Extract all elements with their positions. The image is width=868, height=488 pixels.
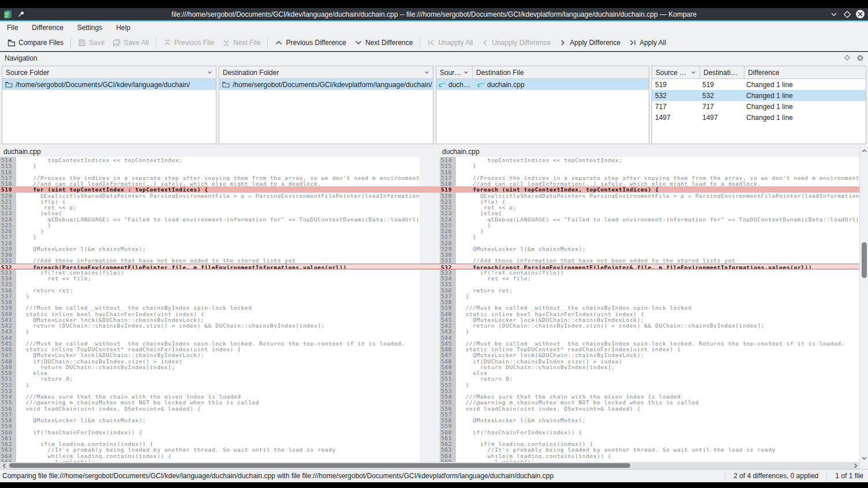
line-number: 529 [440,246,456,251]
code-text: foreach(const ParsingEnvironmentFilePoin… [456,264,859,269]
diff-connector-band [420,264,440,269]
code-line: 514 topContextIndices << topContextIndex… [0,157,420,163]
code-text: } [456,222,859,228]
navigation-dock-title: Navigation [5,54,38,62]
code-text: static inline TopDUContext* readChainFor… [456,346,859,352]
apply-difference-icon [559,39,567,47]
previous-difference-button[interactable]: Previous Difference [271,37,350,48]
diff-connector-row [420,299,440,305]
next-difference-button[interactable]: Next Difference [350,37,417,48]
diff-view: 514 topContextIndices << topContextIndex… [0,157,868,462]
diff-connector-row [420,358,440,364]
scroll-up-icon[interactable] [860,148,868,153]
apply-all-icon [628,39,637,47]
changed-code-line-532[interactable]: 532 foreach(ParsingEnvironmentFilePointe… [0,264,420,269]
source-file-header[interactable]: Source File [436,66,472,78]
svg-text:++: ++ [442,81,446,85]
diff-connector-row [420,251,440,257]
destination-folder-header[interactable]: Destination Folder [219,66,433,79]
destination-file-header[interactable]: Destination File [473,66,649,78]
code-text: } [16,293,420,299]
code-text: //Add those information that have not be… [456,257,859,263]
code-text: } [456,328,859,334]
code-line: 536 return ret; [440,287,859,293]
menu-file[interactable]: File [0,21,25,34]
difference-row-532[interactable]: 532532Changed 1 line [652,90,866,101]
diff-connector-row [420,198,440,204]
destination-line-header[interactable]: Destination Line [700,66,744,78]
code-line: 530 [440,251,859,257]
code-text: ///@warning m_chainsMutex must NOT be lo… [456,399,859,405]
difference-row-1497[interactable]: 14971497Changed 1 line [652,112,866,123]
line-number: 563 [0,446,16,452]
maximize-button[interactable] [843,10,851,18]
code-line: 560 if(!hasChainForIndex(index)) { [440,429,859,435]
code-text: return (DUChain::chainsByIndex.size() > … [16,322,420,328]
changed-code-line-519[interactable]: 519 for (uint topContextIndex : topConte… [0,186,420,192]
line-number: 531 [0,257,16,263]
vertical-scrollbar-thumb[interactable] [862,242,867,278]
line-number: 550 [440,370,456,376]
save-all-button[interactable]: Save All [108,37,152,48]
line-number: 537 [440,293,456,299]
code-text: } [16,163,420,168]
scroll-left-icon[interactable] [1,462,7,469]
difference-cell-source: 1497 [652,114,699,122]
source-folder-panel: Source Folder /home/sergobot/Documents/G… [2,66,216,144]
code-text: QExplicitlySharedDataPointer< ParsingEnv… [16,193,420,198]
save-button[interactable]: Save [74,37,108,48]
unapply-all-button[interactable]: Unapply All [423,37,477,48]
menu-difference[interactable]: Difference [25,21,70,34]
dock-float-icon[interactable] [844,54,851,61]
code-text: return ret; [456,287,859,293]
apply-all-button[interactable]: Apply All [624,37,670,48]
compare-files-button[interactable]: Compare Files [3,37,68,48]
difference-cell-destination: 519 [699,81,743,89]
window-title: file:///home/sergobot/Documents/GCI/kdev… [0,10,868,18]
previous-file-button[interactable]: Previous File [159,37,218,48]
scroll-down-icon[interactable] [860,455,868,461]
code-line: 563 //It's probably being loaded by anot… [440,446,859,452]
difference-header[interactable]: Difference [744,66,866,78]
changed-code-line-532[interactable]: 532 foreach(const ParsingEnvironmentFile… [440,264,859,269]
source-line-header[interactable]: Source Line [652,66,699,78]
code-text: static inline TopDUContext* readChainFor… [16,346,420,352]
destination-code-pane[interactable]: 514 topContextIndices << topContextIndex… [440,157,859,462]
code-line: 546 static inline TopDUContext* readChai… [0,346,420,352]
line-number: 542 [440,322,456,328]
difference-cell-diff: Changed 1 line [743,81,866,89]
line-number: 564 [0,453,16,459]
code-text: ///@warning m_chainsMutex must NOT be lo… [16,399,420,405]
horizontal-scrollbar-thumb[interactable] [9,463,630,468]
horizontal-scrollbar[interactable] [0,462,859,469]
unapply-difference-button[interactable]: Unapply Difference [477,37,555,48]
diff-connector-row [420,275,440,281]
apply-difference-button[interactable]: Apply Difference [555,37,624,48]
source-code-pane[interactable]: 514 topContextIndices << topContextIndex… [0,157,420,462]
diff-connector-row [420,328,440,334]
minimize-button[interactable] [829,10,838,18]
source-folder-header[interactable]: Source Folder [2,66,216,79]
source-folder-row[interactable]: /home/sergobot/Documents/GCI/kdev/langua… [2,79,216,90]
changed-code-line-519[interactable]: 519 foreach (uint topContextIndex, topCo… [440,186,859,192]
difference-row-519[interactable]: 519519Changed 1 line [652,79,866,90]
code-line: 539 ///Must be called _without_ the chai… [0,305,420,310]
next-file-button[interactable]: Next File [218,37,264,48]
file-pair-row[interactable]: c++ duchain.cpp c++ duchain.cpp [436,79,649,90]
dock-close-icon[interactable] [856,54,863,61]
status-message: Comparing file file:///home/sergobot/Doc… [0,472,720,480]
menu-bar: File Difference Settings Help [0,21,868,34]
destination-folder-row[interactable]: /home/sergobot/Documents/GCI/kdevplatfor… [219,79,433,90]
code-text: else [16,370,420,376]
scroll-right-icon[interactable] [852,462,858,469]
code-line: 515 } [440,163,859,168]
diff-connector-row [420,417,440,423]
difference-row-717[interactable]: 717717Changed 1 line [652,101,866,112]
line-number: 535 [0,281,16,287]
vertical-scrollbar[interactable] [859,147,868,462]
code-text: } [456,293,859,299]
code-text [16,169,420,175]
close-button[interactable] [856,10,865,18]
menu-help[interactable]: Help [109,21,137,34]
menu-settings[interactable]: Settings [70,21,109,34]
